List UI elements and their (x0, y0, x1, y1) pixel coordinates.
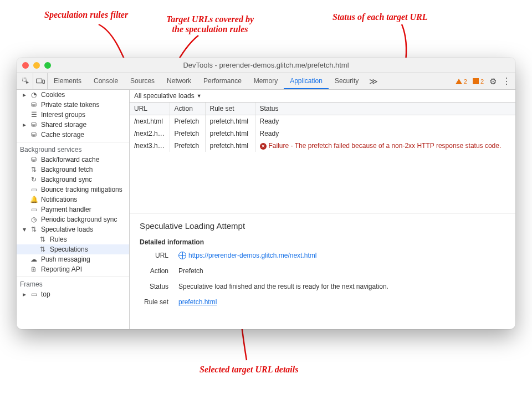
cell-ruleset: prefetch.html (205, 115, 255, 128)
col-url[interactable]: URL (130, 103, 170, 115)
detail-status-label: Status (140, 283, 168, 290)
speculation-filter[interactable]: All speculative loads▼ (130, 90, 515, 103)
devtools-window: DevTools - prerender-demos.glitch.me/pre… (17, 58, 515, 329)
cell-ruleset: prefetch.html (205, 140, 255, 152)
speculations-table: URL Action Rule set Status /next.htmlPre… (130, 103, 515, 152)
detail-heading: Speculative Loading Attempt (140, 221, 505, 231)
cell-status: Ready (255, 115, 515, 128)
issues-info-badge[interactable]: 2 (473, 78, 484, 85)
detail-ruleset-label: Rule set (140, 298, 168, 306)
database-icon: ⛁ (30, 156, 38, 163)
annotation-filter: Speculation rules filter (44, 10, 128, 20)
sync-icon: ⇅ (39, 245, 47, 253)
settings-icon[interactable]: ⚙ (489, 76, 497, 86)
sidebar-item-reporting[interactable]: 🗎Reporting API (17, 264, 129, 274)
tab-console[interactable]: Console (88, 73, 124, 89)
detail-ruleset-link[interactable]: prefetch.html (178, 298, 217, 306)
sidebar-item-bfcache[interactable]: ⛁Back/forward cache (17, 155, 129, 165)
tab-application[interactable]: Application (284, 73, 329, 89)
window-icon: ▭ (30, 290, 38, 298)
cell-url: /next2.html (130, 127, 170, 140)
sidebar-item-interest-groups[interactable]: ☰Interest groups (17, 110, 129, 120)
sync-icon: ⇅ (39, 236, 47, 243)
detail-status-value: Speculative load finished and the result… (178, 283, 505, 290)
database-icon: ⛁ (30, 101, 38, 109)
cell-url: /next.html (130, 115, 170, 128)
speculation-detail: Speculative Loading Attempt Detailed inf… (130, 213, 515, 321)
clock-icon: ◔ (30, 91, 38, 99)
sidebar-item-push[interactable]: ☁Push messaging (17, 254, 129, 264)
chevron-down-icon: ▼ (197, 93, 202, 99)
annotation-status: Status of each target URL (332, 12, 428, 22)
database-icon: ⛁ (30, 121, 38, 129)
document-icon: 🗎 (30, 265, 38, 273)
tab-security[interactable]: Security (329, 73, 365, 89)
sidebar-item-notifications[interactable]: 🔔Notifications (17, 195, 129, 204)
title-bar: DevTools - prerender-demos.glitch.me/pre… (17, 58, 515, 73)
tabs-more-icon[interactable]: ≫ (365, 73, 382, 89)
sidebar: ▸◔Cookies ⛁Private state tokens ☰Interes… (17, 90, 130, 329)
col-ruleset[interactable]: Rule set (205, 103, 255, 115)
svg-rect-1 (36, 79, 42, 83)
tab-sources[interactable]: Sources (124, 73, 161, 89)
detail-action-label: Action (140, 267, 168, 275)
sidebar-item-periodic[interactable]: ◷Periodic background sync (17, 214, 129, 224)
sidebar-item-cache-storage[interactable]: ⛁Cache storage (17, 130, 129, 140)
sidebar-item-speculative[interactable]: ▾⇅Speculative loads (17, 224, 129, 234)
annotation-details: Selected target URL details (200, 365, 298, 375)
sidebar-item-cookies[interactable]: ▸◔Cookies (17, 90, 129, 100)
table-row[interactable]: /next.htmlPrefetchprefetch.htmlReady (130, 115, 515, 128)
main-panel: All speculative loads▼ URL Action Rule s… (130, 90, 515, 329)
sidebar-item-private-tokens[interactable]: ⛁Private state tokens (17, 100, 129, 110)
shield-icon: ▭ (30, 186, 38, 193)
bell-icon: 🔔 (30, 196, 38, 203)
issues-warning-badge[interactable]: 2 (456, 78, 467, 85)
sync-icon: ⇅ (30, 226, 38, 233)
cell-ruleset: prefetch.html (205, 127, 255, 140)
refresh-icon: ↻ (30, 176, 38, 183)
tab-memory[interactable]: Memory (248, 73, 284, 89)
detail-url-label: URL (140, 252, 168, 259)
sidebar-item-payment[interactable]: ▭Payment handler (17, 204, 129, 214)
inspect-icon[interactable] (19, 73, 33, 89)
sync-icon: ⇅ (30, 166, 38, 173)
table-row[interactable]: /next3.htmlPrefetchprefetch.html✕Failure… (130, 140, 515, 152)
sidebar-item-top-frame[interactable]: ▸▭top (17, 289, 129, 299)
tab-elements[interactable]: Elements (48, 73, 88, 89)
detail-url-link[interactable]: https://prerender-demos.glitch.me/next.h… (188, 252, 316, 259)
list-icon: ☰ (30, 111, 38, 119)
tab-performance[interactable]: Performance (197, 73, 248, 89)
annotation-targets: Target URLs covered by the speculation r… (166, 14, 254, 35)
cloud-icon: ☁ (30, 255, 38, 263)
col-action[interactable]: Action (170, 103, 205, 115)
cell-action: Prefetch (170, 115, 205, 128)
sidebar-item-speculations[interactable]: ⇅Speculations (17, 244, 129, 254)
cell-url: /next3.html (130, 140, 170, 152)
window-title: DevTools - prerender-demos.glitch.me/pre… (17, 61, 515, 69)
sidebar-item-bounce[interactable]: ▭Bounce tracking mitigations (17, 185, 129, 195)
col-status[interactable]: Status (255, 103, 515, 115)
card-icon: ▭ (30, 206, 38, 213)
tab-network[interactable]: Network (161, 73, 197, 89)
cell-status: Ready (255, 127, 515, 140)
detail-info-label: Detailed information (140, 238, 505, 246)
cell-status: ✕Failure - The prefetch failed because o… (255, 140, 515, 152)
kebab-menu-icon[interactable]: ⋮ (502, 76, 511, 86)
error-icon: ✕ (260, 143, 267, 150)
detail-action-value: Prefetch (178, 267, 505, 275)
device-toggle-icon[interactable] (33, 73, 48, 89)
tab-bar: Elements Console Sources Network Perform… (17, 73, 515, 90)
cell-action: Prefetch (170, 140, 205, 152)
sidebar-header-bg-services: Background services (17, 142, 129, 155)
sidebar-item-bg-sync[interactable]: ↻Background sync (17, 175, 129, 185)
globe-icon (178, 252, 186, 259)
cell-action: Prefetch (170, 127, 205, 140)
sidebar-item-shared-storage[interactable]: ▸⛁Shared storage (17, 120, 129, 130)
table-row[interactable]: /next2.htmlPrefetchprefetch.htmlReady (130, 127, 515, 140)
sidebar-item-bg-fetch[interactable]: ⇅Background fetch (17, 165, 129, 175)
database-icon: ⛁ (30, 131, 38, 139)
svg-rect-2 (43, 80, 44, 83)
clock-icon: ◷ (30, 216, 38, 223)
sidebar-item-rules[interactable]: ⇅Rules (17, 234, 129, 244)
sidebar-header-frames: Frames (17, 277, 129, 289)
